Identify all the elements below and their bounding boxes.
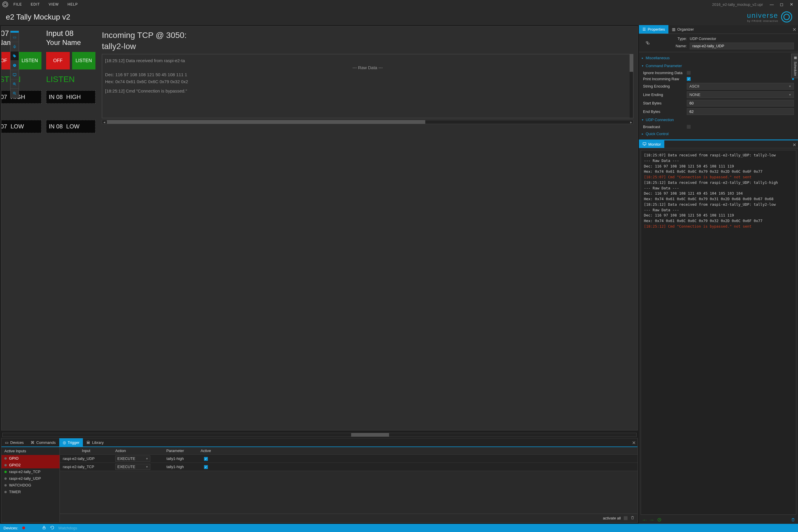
monitor-delete-icon[interactable] <box>791 518 795 522</box>
devices-icon: ▭ <box>5 440 8 445</box>
string-encoding-select[interactable]: ASCII▼ <box>687 83 794 90</box>
trigger-action-select[interactable]: EXECUTE▼ <box>112 462 153 471</box>
lock-icon[interactable] <box>42 526 46 531</box>
monitor-close-icon[interactable]: ✕ <box>793 142 796 148</box>
tab-commands[interactable]: ⌘ Commands <box>27 438 59 446</box>
trigger-row[interactable]: raspi-e2-tally_TCPEXECUTE▼tally1-high✓ <box>60 463 638 471</box>
listen-button[interactable]: LISTEN <box>72 52 96 70</box>
trigger-row[interactable]: raspi-e2-tally_UDPEXECUTE▼tally1-high✓ <box>60 455 638 463</box>
name-input[interactable] <box>690 43 794 49</box>
tab-trigger[interactable]: ◎ Trigger <box>59 438 83 446</box>
off-button[interactable]: OFF <box>46 52 70 70</box>
active-input-item[interactable]: GPIO2 <box>1 462 59 468</box>
scheduler-tab[interactable]: ▦ Scheduler <box>791 54 798 78</box>
tab-monitor[interactable]: Monitor <box>639 140 664 148</box>
print-incoming-checkbox[interactable]: ✓ <box>687 77 690 81</box>
monitor-clock-icon[interactable] <box>657 518 661 522</box>
activate-all-checkbox[interactable] <box>624 516 628 520</box>
canvas-area[interactable]: ▭ <box>1 26 638 431</box>
monitor-log[interactable]: [18:25:07] Data received from raspi-e2-t… <box>641 150 796 515</box>
delete-icon[interactable] <box>630 516 634 520</box>
active-input-item[interactable]: raspi-e2-tally_TCP <box>1 468 59 475</box>
active-input-item[interactable]: TIMER <box>1 489 59 495</box>
active-input-item[interactable]: GPIO <box>1 455 59 462</box>
active-input-item[interactable]: WATCHDOG <box>1 482 59 489</box>
io-high-row[interactable]: IN 08 HIGH <box>46 91 95 103</box>
th-action[interactable]: Action <box>112 448 153 454</box>
svg-rect-0 <box>14 45 15 47</box>
menu-file[interactable]: FILE <box>10 1 25 7</box>
trigger-active-checkbox[interactable]: ✓ <box>197 455 214 462</box>
tcp-hscrollbar[interactable]: ◂ ▸ <box>102 120 633 124</box>
refresh-icon[interactable] <box>50 526 54 531</box>
type-label: Type: <box>661 37 687 41</box>
tool-tag-icon[interactable] <box>11 51 19 61</box>
brand-sub: by FRIDIE interactive <box>747 20 778 22</box>
start-bytes-input[interactable] <box>687 100 794 107</box>
tcp-log-line: Dec: 116 97 108 108 121 50 45 108 111 1 <box>105 71 630 78</box>
active-input-item[interactable]: raspi-e2-tally_UDP <box>1 475 59 482</box>
bottom-tabs: ▭ Devices ⌘ Commands ◎ Trigger 🏛 Library <box>1 438 638 447</box>
io-low-row[interactable]: IN 08 LOW <box>46 120 95 133</box>
main-area: ▦ Scheduler ▭ <box>0 25 798 524</box>
commands-icon: ⌘ <box>31 440 35 445</box>
tab-library[interactable]: 🏛 Library <box>83 438 107 446</box>
trigger-input-cell: raspi-e2-tally_UDP <box>60 455 112 462</box>
tool-clock-icon[interactable] <box>11 61 19 70</box>
svg-rect-10 <box>43 527 45 529</box>
line-ending-select[interactable]: NONE▼ <box>687 91 794 98</box>
section-command-parameter[interactable]: ▾Command Parameter <box>639 62 798 70</box>
menu-view[interactable]: VIEW <box>45 1 62 7</box>
tcp-log[interactable]: [18:25:12] Data received from raspi-e2-t… <box>102 54 633 118</box>
ignore-incoming-label: Ignore Incomming Data <box>643 71 684 75</box>
menu-help[interactable]: HELP <box>64 1 81 7</box>
input-subtitle: Your Name <box>46 39 95 47</box>
io-low-row[interactable]: N 07 LOW <box>1 120 41 133</box>
tab-organizer[interactable]: ▥ Organizer <box>668 25 697 34</box>
tab-properties[interactable]: ☰ Properties <box>639 25 668 34</box>
tool-select-icon[interactable]: ▭ <box>11 33 19 42</box>
trigger-action-select[interactable]: EXECUTE▼ <box>112 454 153 463</box>
monitor-line: Hex: 0x74 0x61 0x6C 0x6C 0x79 0x31 0x2D … <box>644 196 793 202</box>
bottom-panel-close-icon[interactable]: ✕ <box>632 440 636 445</box>
close-button[interactable]: ✕ <box>787 1 796 7</box>
input-status: LISTEN <box>46 75 95 84</box>
zoom-in-icon[interactable] <box>11 79 19 89</box>
monitor-out-icon[interactable]: →· <box>642 518 647 522</box>
properties-icon: ☰ <box>642 27 646 32</box>
th-input[interactable]: Input <box>60 448 112 454</box>
section-miscellaneous[interactable]: ▸Miscellaneous <box>639 54 798 62</box>
canvas-hscrollbar[interactable] <box>2 433 636 437</box>
th-active[interactable]: Active <box>197 448 214 454</box>
maximize-button[interactable]: ◻ <box>778 1 786 7</box>
th-parameter[interactable]: Parameter <box>153 448 197 454</box>
tab-devices[interactable]: ▭ Devices <box>1 438 27 446</box>
broadcast-checkbox[interactable] <box>687 125 690 129</box>
input-tile-07[interactable]: ut 07 u Name OF LISTEN LISTEN N 07 HIGH <box>1 26 44 430</box>
end-bytes-input[interactable] <box>687 108 794 115</box>
listen-button[interactable]: LISTEN <box>18 52 42 70</box>
zoom-out-icon[interactable] <box>11 89 19 98</box>
start-bytes-label: Start Bytes <box>643 101 684 106</box>
properties-close-icon[interactable]: ✕ <box>793 27 796 32</box>
section-quick-control[interactable]: ▸Quick Control <box>639 130 798 138</box>
io-high-row[interactable]: N 07 HIGH <box>1 91 41 103</box>
tool-mic-icon[interactable] <box>11 42 19 51</box>
line-ending-label: Line Ending <box>643 93 684 97</box>
tool-monitor-icon[interactable] <box>11 70 19 79</box>
svg-point-1 <box>14 55 14 55</box>
ignore-incoming-checkbox[interactable] <box>687 71 690 75</box>
project-title: e2 Tally Mockup v2 <box>6 13 70 22</box>
trigger-icon: ◎ <box>63 440 66 445</box>
monitor-in-icon[interactable]: ·← <box>650 518 655 522</box>
tcp-scrollbar[interactable] <box>630 54 633 118</box>
menu-edit[interactable]: EDIT <box>27 1 43 7</box>
section-udp-connection[interactable]: ▾UDP Connection <box>639 116 798 124</box>
trigger-active-checkbox[interactable]: ✓ <box>197 463 214 470</box>
string-encoding-label: String Encoding <box>643 84 684 89</box>
monitor-line: [18:25:12] Data received from raspi-e2-t… <box>644 202 793 208</box>
minimize-button[interactable]: — <box>768 1 776 7</box>
status-dot-icon <box>4 471 7 473</box>
active-input-label: GPIO2 <box>9 463 21 467</box>
input-tile-08[interactable]: Input 08 Your Name OFF LISTEN LISTEN IN … <box>44 26 98 430</box>
